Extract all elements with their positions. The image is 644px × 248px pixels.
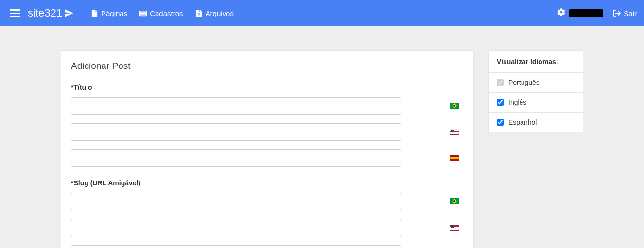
title-input-en[interactable] bbox=[71, 123, 401, 141]
slug-row-es bbox=[71, 245, 464, 248]
form-panel: Adicionar Post *Título *Slug (URL Amigáv… bbox=[61, 50, 474, 248]
navbar-right: Sair bbox=[557, 8, 637, 18]
logo-text: site321 bbox=[28, 7, 62, 19]
flag-us-icon bbox=[450, 129, 459, 135]
nav-links: Páginas Cadastros Arquivos bbox=[91, 9, 234, 17]
title-row-es bbox=[71, 149, 464, 167]
logout-button[interactable]: Sair bbox=[613, 9, 637, 17]
title-field-group: *Título bbox=[71, 83, 464, 167]
slug-label: *Slug (URL Amigável) bbox=[71, 179, 464, 187]
flag-br-icon bbox=[450, 198, 459, 204]
language-option-en[interactable]: Inglês bbox=[489, 93, 583, 113]
file-icon bbox=[91, 10, 98, 17]
flag-es-icon bbox=[450, 155, 459, 161]
nav-link-files[interactable]: Arquivos bbox=[195, 9, 234, 17]
languages-panel: Visualizar Idiomas: Português Inglês Esp… bbox=[488, 50, 583, 132]
nav-link-registers[interactable]: Cadastros bbox=[139, 9, 183, 17]
language-label-en: Inglês bbox=[508, 99, 526, 106]
slug-input-pt[interactable] bbox=[71, 193, 401, 210]
flag-us-icon bbox=[450, 225, 459, 231]
title-input-pt[interactable] bbox=[71, 97, 401, 115]
title-row-pt bbox=[71, 97, 464, 115]
slug-row-en bbox=[71, 219, 464, 236]
user-menu[interactable] bbox=[557, 8, 603, 18]
slug-input-es[interactable] bbox=[71, 245, 401, 248]
plane-icon bbox=[64, 8, 74, 18]
language-checkbox-en[interactable] bbox=[497, 99, 504, 106]
slug-row-pt bbox=[71, 193, 464, 210]
gear-icon bbox=[557, 8, 565, 18]
slug-input-en[interactable] bbox=[71, 219, 401, 236]
top-navbar: site321 Páginas Cadastros Arquivos bbox=[0, 0, 644, 26]
flag-br-icon bbox=[450, 103, 459, 109]
language-checkbox-pt[interactable] bbox=[497, 79, 504, 86]
nav-files-label: Arquivos bbox=[206, 9, 234, 17]
language-label-es: Espanhol bbox=[508, 118, 537, 126]
list-icon bbox=[139, 10, 147, 17]
language-label-pt: Português bbox=[508, 79, 540, 86]
logout-label: Sair bbox=[624, 9, 637, 17]
title-row-en bbox=[71, 123, 464, 141]
languages-panel-title: Visualizar Idiomas: bbox=[489, 51, 583, 73]
file-alt-icon bbox=[195, 10, 203, 17]
site-logo[interactable]: site321 bbox=[28, 7, 74, 19]
language-option-pt[interactable]: Português bbox=[489, 73, 583, 93]
nav-registers-label: Cadastros bbox=[150, 9, 183, 17]
title-label: *Título bbox=[71, 83, 464, 91]
title-input-es[interactable] bbox=[71, 149, 401, 167]
main-container: Adicionar Post *Título *Slug (URL Amigáv… bbox=[0, 26, 644, 248]
slug-field-group: *Slug (URL Amigável) bbox=[71, 179, 464, 248]
navbar-left: site321 Páginas Cadastros Arquivos bbox=[7, 7, 234, 20]
language-option-es[interactable]: Espanhol bbox=[489, 113, 583, 132]
menu-toggle-button[interactable] bbox=[7, 7, 23, 20]
logout-icon bbox=[613, 9, 621, 17]
language-checkbox-es[interactable] bbox=[497, 119, 504, 126]
nav-pages-label: Páginas bbox=[101, 9, 127, 17]
user-name-redacted bbox=[569, 9, 603, 17]
page-title: Adicionar Post bbox=[71, 61, 464, 71]
nav-link-pages[interactable]: Páginas bbox=[91, 9, 127, 17]
